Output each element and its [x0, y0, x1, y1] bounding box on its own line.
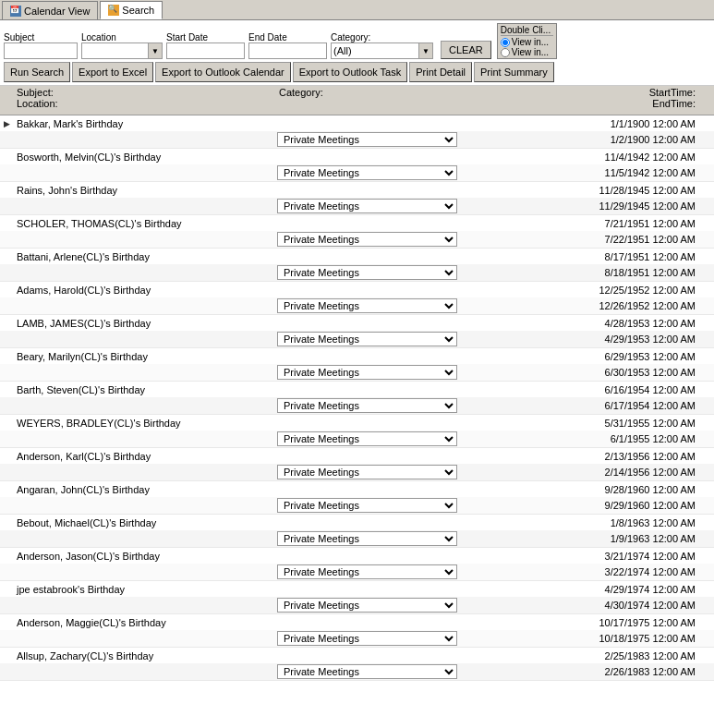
action-buttons-row: Run Search Export to Excel Export to Out…: [4, 62, 710, 82]
start-date-cell: 10/17/1975 12:00 AM: [538, 616, 699, 629]
start-date-cell: 11/28/1945 12:00 AM: [538, 184, 699, 197]
search-tab-icon: 🔍: [108, 5, 119, 16]
end-date-cell: 4/29/1953 12:00 AM: [538, 333, 699, 346]
category-select[interactable]: Private Meetings: [277, 365, 457, 380]
end-date-cell: 2/26/1983 12:00 AM: [538, 665, 699, 678]
end-date-cell: 6/1/1955 12:00 AM: [538, 432, 699, 445]
subject-cell: Angaran, John(CL)'s Birthday: [13, 483, 275, 496]
starttime-header: StartTime:: [649, 87, 696, 98]
start-date-cell: 2/13/1956 12:00 AM: [538, 450, 699, 463]
category-select[interactable]: Private Meetings: [277, 664, 457, 679]
export-outlook-calendar-button[interactable]: Export to Outlook Calendar: [155, 62, 291, 82]
subject-input[interactable]: [4, 42, 78, 59]
double-click-panel: Double Cli... View in... View in...: [497, 23, 557, 59]
tab-calendar-label: Calendar View: [24, 6, 90, 17]
start-date-label: Start Date: [166, 32, 245, 42]
table-row: Angaran, John(CL)'s Birthday9/28/1960 12…: [0, 481, 714, 515]
start-date-cell: 7/21/1951 12:00 AM: [538, 217, 699, 230]
row-expand-arrow[interactable]: ▶: [0, 119, 13, 128]
tab-calendar-view[interactable]: 📅 Calendar View: [2, 1, 98, 19]
end-date-cell: 7/22/1951 12:00 AM: [538, 233, 699, 246]
category-select[interactable]: Private Meetings: [277, 199, 457, 213]
column-headers: Subject: Location: Category: StartTime: …: [0, 86, 714, 115]
start-date-input[interactable]: [166, 42, 245, 59]
category-dropdown-btn[interactable]: ▼: [418, 42, 433, 59]
end-date-cell: 12/26/1952 12:00 AM: [538, 299, 699, 312]
subject-cell: Bosworth, Melvin(CL)'s Birthday: [13, 151, 275, 164]
end-date-cell: 11/29/1945 12:00 AM: [538, 200, 699, 212]
end-date-cell: 10/18/1975 12:00 AM: [538, 632, 699, 645]
location-filter-group: Location ▼: [81, 32, 163, 59]
end-date-cell: 6/17/1954 12:00 AM: [538, 399, 699, 412]
radio-view-1[interactable]: [501, 38, 510, 47]
radio-option-1[interactable]: View in...: [501, 37, 553, 47]
category-select[interactable]: Private Meetings: [277, 265, 457, 280]
category-select[interactable]: Private Meetings: [277, 431, 457, 446]
table-row: Battani, Arlene(CL)'s Birthday8/17/1951 …: [0, 249, 714, 282]
category-select[interactable]: Private Meetings: [277, 498, 457, 513]
category-select[interactable]: Private Meetings: [277, 332, 457, 346]
subject-cell: Rains, John's Birthday: [13, 184, 275, 197]
end-date-cell: 1/9/1963 12:00 AM: [538, 532, 699, 545]
end-date-cell: 6/30/1953 12:00 AM: [538, 366, 699, 379]
table-row: Anderson, Maggie(CL)'s Birthday10/17/197…: [0, 614, 714, 648]
category-select[interactable]: Private Meetings: [277, 531, 457, 546]
print-summary-button[interactable]: Print Summary: [474, 62, 554, 82]
subject-cell: Battani, Arlene(CL)'s Birthday: [13, 250, 275, 263]
end-date-cell: 1/2/1900 12:00 AM: [538, 133, 699, 146]
category-filter-group: Category: ▼: [331, 32, 433, 59]
category-select[interactable]: Private Meetings: [277, 598, 457, 613]
subject-cell: Anderson, Karl(CL)'s Birthday: [13, 450, 275, 463]
start-date-cell: 8/17/1951 12:00 AM: [538, 250, 699, 263]
end-date-input[interactable]: [248, 42, 327, 59]
radio-view-2[interactable]: [501, 48, 510, 57]
location-input[interactable]: [81, 42, 148, 59]
print-detail-button[interactable]: Print Detail: [409, 62, 472, 82]
subject-cell: WEYERS, BRADLEY(CL)'s Birthday: [13, 417, 275, 430]
table-row: Anderson, Jason(CL)'s Birthday3/21/1974 …: [0, 548, 714, 581]
subject-cell: Bebout, Michael(CL)'s Birthday: [13, 516, 275, 529]
start-date-cell: 4/29/1974 12:00 AM: [538, 583, 699, 596]
clear-button[interactable]: CLEAR: [441, 41, 491, 59]
subject-cell: SCHOLER, THOMAS(CL)'s Birthday: [13, 217, 275, 230]
location-label: Location: [81, 32, 163, 42]
subject-cell: jpe estabrook's Birthday: [13, 583, 275, 596]
category-select[interactable]: Private Meetings: [277, 298, 457, 313]
table-row: WEYERS, BRADLEY(CL)'s Birthday5/31/1955 …: [0, 415, 714, 448]
endtime-header: EndTime:: [652, 98, 696, 109]
category-input[interactable]: [331, 42, 418, 59]
end-date-cell: 8/18/1951 12:00 AM: [538, 266, 699, 279]
table-row: Bebout, Michael(CL)'s Birthday1/8/1963 1…: [0, 515, 714, 548]
subject-header: Subject:: [13, 87, 275, 98]
data-table: ▶Bakkar, Mark's Birthday1/1/1900 12:00 A…: [0, 115, 714, 728]
table-row: Rains, John's Birthday11/28/1945 12:00 A…: [0, 182, 714, 215]
end-date-cell: 4/30/1974 12:00 AM: [538, 599, 699, 612]
subject-cell: Anderson, Jason(CL)'s Birthday: [13, 550, 275, 563]
subject-cell: Allsup, Zachary(CL)'s Birthday: [13, 649, 275, 662]
location-header: Location:: [13, 98, 275, 109]
category-select[interactable]: Private Meetings: [277, 465, 457, 479]
export-outlook-task-button[interactable]: Export to Outlook Task: [293, 62, 407, 82]
tab-search[interactable]: 🔍 Search: [100, 1, 163, 19]
start-date-cell: 11/4/1942 12:00 AM: [538, 151, 699, 164]
category-select[interactable]: Private Meetings: [277, 232, 457, 247]
table-row: Beary, Marilyn(CL)'s Birthday6/29/1953 1…: [0, 348, 714, 382]
location-dropdown-btn[interactable]: ▼: [148, 42, 163, 59]
calendar-icon: 📅: [10, 6, 21, 17]
category-select[interactable]: Private Meetings: [277, 564, 457, 579]
subject-label: Subject: [4, 32, 78, 42]
end-date-cell: 2/14/1956 12:00 AM: [538, 466, 699, 479]
table-row: SCHOLER, THOMAS(CL)'s Birthday7/21/1951 …: [0, 215, 714, 249]
subject-cell: Barth, Steven(CL)'s Birthday: [13, 383, 275, 396]
double-click-label: Double Cli...: [501, 25, 553, 36]
category-select[interactable]: Private Meetings: [277, 398, 457, 413]
category-select[interactable]: Private Meetings: [277, 165, 457, 180]
category-select[interactable]: Private Meetings: [277, 132, 457, 147]
radio-option-2[interactable]: View in...: [501, 47, 553, 57]
start-date-cell: 9/28/1960 12:00 AM: [538, 483, 699, 496]
start-date-cell: 1/1/1900 12:00 AM: [538, 117, 699, 130]
export-excel-button[interactable]: Export to Excel: [72, 62, 153, 82]
category-select[interactable]: Private Meetings: [277, 631, 457, 646]
subject-cell: LAMB, JAMES(CL)'s Birthday: [13, 317, 275, 330]
run-search-button[interactable]: Run Search: [4, 62, 70, 82]
